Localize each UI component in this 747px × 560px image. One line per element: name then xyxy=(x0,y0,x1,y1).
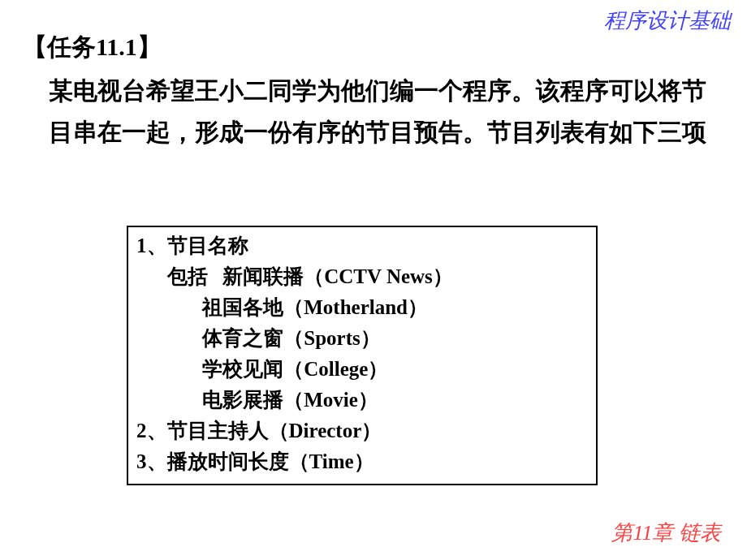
chapter-label: 第11章 链表 xyxy=(611,519,721,547)
list-item-1: 1、节目名称 xyxy=(136,230,588,261)
task-heading: 【任务11.1】 xyxy=(23,31,162,64)
list-item-3: 3、播放时间长度（Time） xyxy=(136,446,588,477)
task-description: 某电视台希望王小二同学为他们编一个程序。该程序可以将节目串在一起，形成一份有序的… xyxy=(49,70,723,153)
list-item-1-sub4: 学校见闻（College） xyxy=(136,354,588,385)
list-item-1-sub1: 包括 新闻联播（CCTV News） xyxy=(136,261,588,292)
course-title: 程序设计基础 xyxy=(604,6,731,35)
content-list-box: 1、节目名称 包括 新闻联播（CCTV News） 祖国各地（Motherlan… xyxy=(127,226,598,485)
list-item-2: 2、节目主持人（Director） xyxy=(136,416,588,446)
list-item-1-sub2: 祖国各地（Motherland） xyxy=(136,292,588,323)
list-item-1-sub5: 电影展播（Movie） xyxy=(136,385,588,416)
list-item-1-sub3: 体育之窗（Sports） xyxy=(136,323,588,354)
